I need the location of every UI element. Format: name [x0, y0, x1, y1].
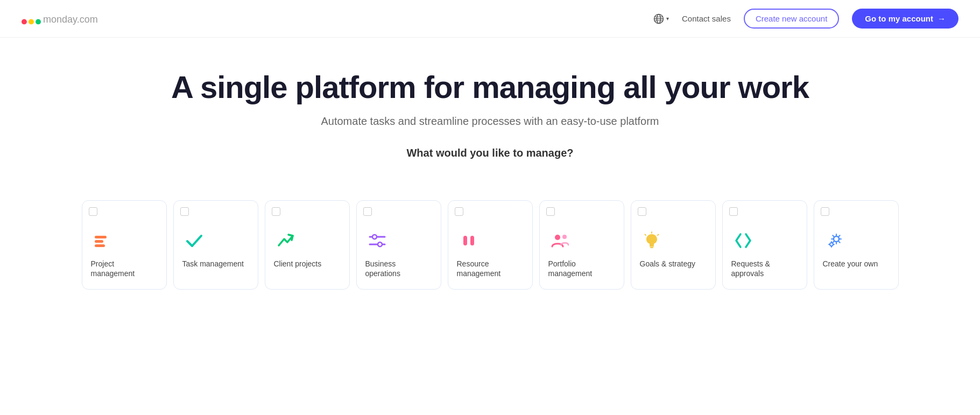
arrow-green-icon	[274, 229, 298, 252]
pillars-pink-icon	[457, 229, 481, 252]
card-requests-approvals[interactable]: Requests & approvals	[722, 200, 807, 290]
logo-name: monday	[43, 14, 77, 25]
people-pink-icon	[548, 229, 572, 252]
svg-point-17	[555, 235, 560, 240]
card-checkbox	[180, 207, 189, 216]
check-teal-icon	[182, 229, 206, 252]
card-label: Resource management	[457, 259, 524, 278]
card-label: Client projects	[274, 259, 322, 269]
goto-arrow-icon: →	[937, 14, 946, 23]
svg-point-24	[834, 236, 839, 242]
svg-point-14	[378, 242, 382, 247]
svg-rect-8	[95, 236, 107, 238]
svg-rect-20	[650, 247, 653, 248]
svg-rect-10	[95, 244, 105, 247]
svg-point-18	[562, 235, 567, 239]
card-checkbox	[455, 207, 463, 216]
svg-rect-16	[470, 236, 474, 245]
card-resource-management[interactable]: Resource management	[448, 200, 533, 290]
logo: monday.com	[22, 12, 98, 26]
card-create-your-own[interactable]: Create your own	[814, 200, 899, 290]
language-selector[interactable]: ▾	[653, 13, 669, 24]
svg-rect-15	[463, 236, 467, 245]
go-to-my-account-button[interactable]: Go to my account →	[852, 9, 958, 29]
card-label: Project management	[91, 259, 158, 278]
gear-blue-icon	[823, 229, 847, 252]
card-label: Task management	[182, 259, 244, 269]
hero-title: A single platform for managing all your …	[22, 70, 958, 104]
card-checkbox	[272, 207, 280, 216]
chevron-down-icon: ▾	[666, 16, 669, 22]
goto-label: Go to my account	[865, 14, 933, 23]
card-business-operations[interactable]: Business operations	[356, 200, 441, 290]
svg-point-1	[29, 19, 34, 24]
card-label: Requests & approvals	[731, 259, 798, 278]
card-checkbox	[729, 207, 738, 216]
logo-icon	[22, 12, 41, 25]
header: monday.com ▾ Contact sales Create new ac…	[0, 0, 980, 38]
card-label: Business operations	[365, 259, 432, 278]
logo-suffix: .com	[77, 14, 98, 25]
card-checkbox	[89, 207, 97, 216]
card-client-projects[interactable]: Client projects	[265, 200, 350, 290]
card-checkbox	[363, 207, 372, 216]
svg-point-12	[372, 235, 377, 239]
svg-point-0	[22, 19, 27, 24]
create-new-account-button[interactable]: Create new account	[744, 9, 839, 29]
card-portfolio-management[interactable]: Portfolio management	[539, 200, 624, 290]
manage-cards-row: Project management Task management Clien…	[0, 200, 980, 311]
svg-line-23	[658, 234, 659, 235]
card-label: Portfolio management	[548, 259, 615, 278]
sliders-purple-icon	[365, 229, 389, 252]
angle-green-icon	[731, 229, 755, 252]
hero-question: What would you like to manage?	[22, 147, 958, 159]
hero-subtitle: Automate tasks and streamline processes …	[22, 115, 958, 128]
logo-text: monday.com	[43, 12, 98, 26]
card-label: Goals & strategy	[640, 259, 696, 269]
svg-rect-9	[95, 240, 103, 243]
card-task-management[interactable]: Task management	[173, 200, 258, 290]
svg-line-22	[645, 234, 646, 235]
card-goals-strategy[interactable]: Goals & strategy	[631, 200, 716, 290]
header-right: ▾ Contact sales Create new account Go to…	[653, 9, 958, 29]
globe-icon	[653, 13, 664, 24]
bars-orange-icon	[91, 229, 115, 252]
card-checkbox	[638, 207, 646, 216]
svg-rect-19	[650, 245, 654, 247]
hero-section: A single platform for managing all your …	[0, 38, 980, 200]
svg-point-2	[36, 19, 41, 24]
contact-sales-link[interactable]: Contact sales	[682, 14, 731, 23]
svg-point-25	[830, 243, 833, 246]
card-project-management[interactable]: Project management	[82, 200, 167, 290]
card-checkbox	[546, 207, 555, 216]
card-checkbox	[821, 207, 829, 216]
card-label: Create your own	[823, 259, 878, 269]
bulb-yellow-icon	[640, 229, 664, 252]
